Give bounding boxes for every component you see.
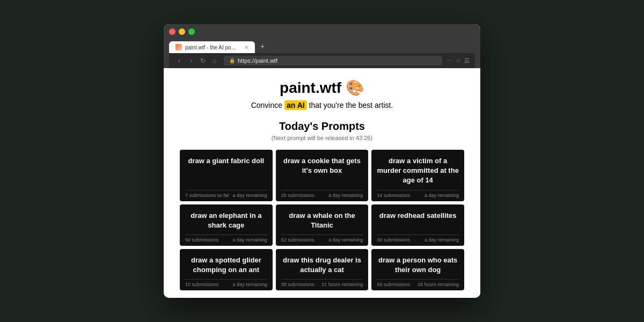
ai-highlight: an AI: [284, 100, 307, 110]
prompt-text: draw a whale on the Titanic: [281, 211, 363, 230]
prompt-meta: 10 submissionsa day remaining: [185, 279, 267, 287]
prompt-text: draw a giant fabric doll: [185, 156, 267, 186]
subtitle-pre: Convince: [251, 101, 284, 109]
address-text: https://paint.wtf: [238, 57, 277, 64]
prompt-card[interactable]: draw a spotted glider chomping on an ant…: [180, 249, 273, 290]
prompt-text: draw a cookie that gets it's own box: [281, 156, 363, 186]
prompt-time: a day remaining: [425, 193, 459, 198]
minimize-button[interactable]: [179, 28, 185, 35]
active-tab[interactable]: paint.wtf - the AI powered dra... ✕: [169, 41, 255, 53]
prompt-submissions: 50 submissions: [185, 237, 218, 243]
prompt-time: a day remaining: [233, 193, 267, 198]
traffic-lights: [169, 28, 475, 35]
prompt-submissions: 93 submissions: [377, 282, 410, 287]
prompt-card[interactable]: draw a giant fabric doll7 submissions so…: [180, 150, 273, 201]
prompt-card[interactable]: draw this drug dealer is actually a cat3…: [276, 249, 369, 290]
subtitle-post: that you're the best artist.: [307, 101, 393, 109]
site-title: paint.wtf 🎨: [180, 79, 464, 97]
maximize-button[interactable]: [188, 28, 195, 35]
star-icon[interactable]: ☆: [456, 57, 461, 64]
site-subtitle: Convince an AI that you're the best arti…: [180, 101, 464, 109]
prompt-card[interactable]: draw an elephant in a shark cage50 submi…: [180, 204, 273, 246]
prompt-time: a day remaining: [233, 237, 267, 243]
lock-icon: 🔒: [229, 58, 235, 63]
prompt-meta: 93 submissions18 hours remaining: [377, 279, 459, 287]
prompt-submissions: 10 submissions: [185, 282, 218, 287]
prompt-submissions: 25 submissions: [281, 193, 314, 198]
prompt-meta: 14 submissionsa day remaining: [377, 190, 459, 198]
menu-icon[interactable]: ☰: [464, 57, 470, 64]
prompt-submissions: 7 submissions so far: [185, 193, 229, 198]
nav-buttons: ‹ › ↻ ⌂: [174, 57, 219, 64]
prompt-text: draw this drug dealer is actually a cat: [281, 255, 363, 275]
prompt-submissions: 62 submissions: [281, 237, 314, 243]
refresh-button[interactable]: ↻: [198, 57, 208, 64]
prompt-meta: 25 submissionsa day remaining: [281, 190, 363, 198]
prompt-text: draw a person who eats their own dog: [377, 255, 459, 275]
prompt-meta: 38 submissions21 hours remaining: [281, 279, 363, 287]
prompt-text: draw a victim of a murder committed at t…: [377, 156, 459, 186]
section-title: Today's Prompts: [180, 120, 464, 133]
prompt-time: a day remaining: [425, 237, 459, 243]
section-timer: (Next prompt will be released in 43:26): [180, 135, 464, 141]
prompt-time: a day remaining: [328, 193, 363, 198]
prompt-time: 18 hours remaining: [418, 282, 459, 287]
prompt-card[interactable]: draw a cookie that gets it's own box25 s…: [276, 150, 369, 201]
prompt-submissions: 30 submissions: [377, 237, 410, 243]
tab-favicon: [175, 44, 182, 50]
prompt-card[interactable]: draw redhead satellites30 submissionsa d…: [371, 204, 464, 246]
tab-close-icon[interactable]: ✕: [244, 45, 248, 50]
address-bar-row: ‹ › ↻ ⌂ 🔒 https://paint.wtf ⋯ ☆ ☰: [169, 53, 475, 68]
prompt-submissions: 14 submissions: [377, 193, 410, 198]
tab-bar: paint.wtf - the AI powered dra... ✕ +: [169, 39, 475, 53]
prompt-card[interactable]: draw a victim of a murder committed at t…: [371, 150, 464, 201]
browser-chrome: paint.wtf - the AI powered dra... ✕ + ‹ …: [164, 24, 480, 68]
home-button[interactable]: ⌂: [210, 57, 219, 64]
tab-title: paint.wtf - the AI powered dra...: [185, 45, 239, 50]
prompt-time: a day remaining: [328, 237, 363, 243]
prompt-text: draw an elephant in a shark cage: [185, 211, 267, 230]
browser-window: paint.wtf - the AI powered dra... ✕ + ‹ …: [164, 24, 480, 298]
prompt-meta: 62 submissionsa day remaining: [281, 235, 363, 243]
prompt-text: draw redhead satellites: [377, 211, 459, 230]
prompt-submissions: 38 submissions: [281, 282, 314, 287]
prompt-meta: 50 submissionsa day remaining: [185, 235, 267, 243]
prompt-meta: 30 submissionsa day remaining: [377, 235, 459, 243]
prompt-meta: 7 submissions so fara day remaining: [185, 190, 267, 198]
bookmarks-icon[interactable]: ⋯: [447, 57, 452, 64]
prompt-card[interactable]: draw a person who eats their own dog93 s…: [371, 249, 464, 290]
new-tab-button[interactable]: +: [256, 39, 269, 53]
forward-button[interactable]: ›: [186, 57, 196, 64]
browser-tools: ⋯ ☆ ☰: [447, 57, 470, 64]
prompt-text: draw a spotted glider chomping on an ant: [185, 255, 267, 275]
prompt-card[interactable]: draw a whale on the Titanic62 submission…: [276, 204, 369, 246]
back-button[interactable]: ‹: [174, 57, 184, 64]
close-button[interactable]: [169, 28, 175, 35]
page-content: paint.wtf 🎨 Convince an AI that you're t…: [164, 68, 480, 298]
prompts-grid: draw a giant fabric doll7 submissions so…: [180, 150, 464, 290]
address-bar[interactable]: 🔒 https://paint.wtf: [224, 56, 442, 65]
prompt-time: 21 hours remaining: [321, 282, 363, 287]
prompt-time: a day remaining: [233, 282, 267, 287]
